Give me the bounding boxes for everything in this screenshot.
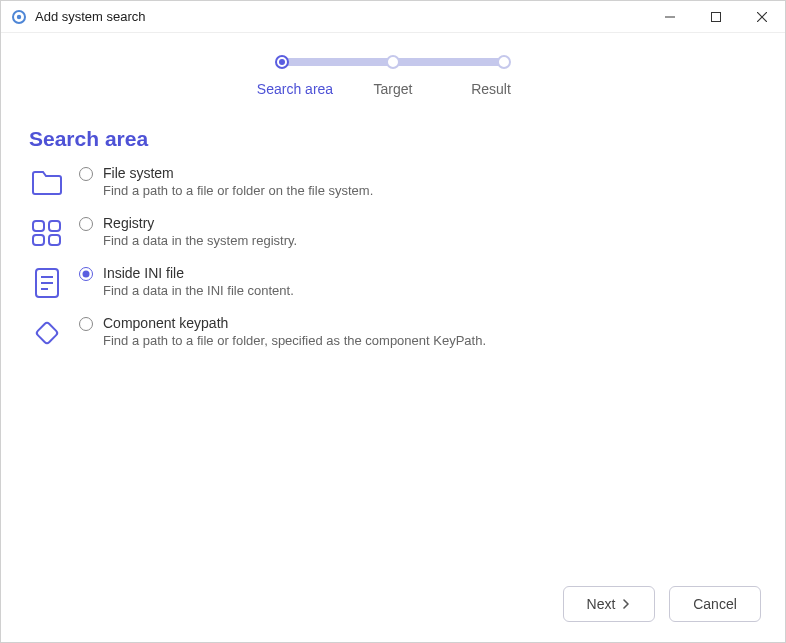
radio-component-keypath[interactable] <box>79 317 93 331</box>
option-title: Registry <box>103 215 297 231</box>
option-desc: Find a path to a file or folder, specifi… <box>103 333 486 348</box>
stepper-label-search-area: Search area <box>253 81 337 97</box>
search-area-options: File system Find a path to a file or fol… <box>1 165 785 351</box>
option-title: File system <box>103 165 373 181</box>
option-file-system[interactable]: File system Find a path to a file or fol… <box>29 165 785 201</box>
stepper-label-target: Target <box>351 81 435 97</box>
option-registry[interactable]: Registry Find a data in the system regis… <box>29 215 785 251</box>
stepper-labels: Search area Target Result <box>253 81 533 97</box>
next-button[interactable]: Next <box>563 586 655 622</box>
option-title: Component keypath <box>103 315 486 331</box>
option-component-keypath[interactable]: Component keypath Find a path to a file … <box>29 315 785 351</box>
svg-rect-6 <box>33 221 44 231</box>
stepper-dot-result[interactable] <box>497 55 511 69</box>
wizard-footer: Next Cancel <box>563 586 761 622</box>
option-desc: Find a data in the INI file content. <box>103 283 294 298</box>
page-title: Search area <box>29 127 785 151</box>
app-icon <box>11 9 27 25</box>
cancel-button[interactable]: Cancel <box>669 586 761 622</box>
close-button[interactable] <box>739 1 785 33</box>
radio-file-system[interactable] <box>79 167 93 181</box>
minimize-button[interactable] <box>647 1 693 33</box>
diamond-icon <box>29 315 65 351</box>
title-bar: Add system search <box>1 1 785 33</box>
option-desc: Find a path to a file or folder on the f… <box>103 183 373 198</box>
wizard-stepper: Search area Target Result <box>1 55 785 97</box>
svg-rect-3 <box>712 12 721 21</box>
window-title: Add system search <box>35 9 146 24</box>
svg-rect-7 <box>49 221 60 231</box>
cancel-button-label: Cancel <box>693 596 737 612</box>
maximize-button[interactable] <box>693 1 739 33</box>
svg-rect-14 <box>36 322 59 345</box>
stepper-label-result: Result <box>449 81 533 97</box>
svg-point-1 <box>17 14 21 18</box>
chevron-right-icon <box>621 596 631 612</box>
svg-rect-9 <box>49 235 60 245</box>
radio-ini-file[interactable] <box>79 267 93 281</box>
svg-rect-8 <box>33 235 44 245</box>
window-controls <box>647 1 785 33</box>
radio-registry[interactable] <box>79 217 93 231</box>
stepper-dot-target[interactable] <box>386 55 400 69</box>
option-title: Inside INI file <box>103 265 294 281</box>
folder-icon <box>29 165 65 201</box>
registry-icon <box>29 215 65 251</box>
next-button-label: Next <box>587 596 616 612</box>
option-ini-file[interactable]: Inside INI file Find a data in the INI f… <box>29 265 785 301</box>
file-text-icon <box>29 265 65 301</box>
stepper-track <box>275 55 511 69</box>
option-desc: Find a data in the system registry. <box>103 233 297 248</box>
stepper-dot-search-area[interactable] <box>275 55 289 69</box>
